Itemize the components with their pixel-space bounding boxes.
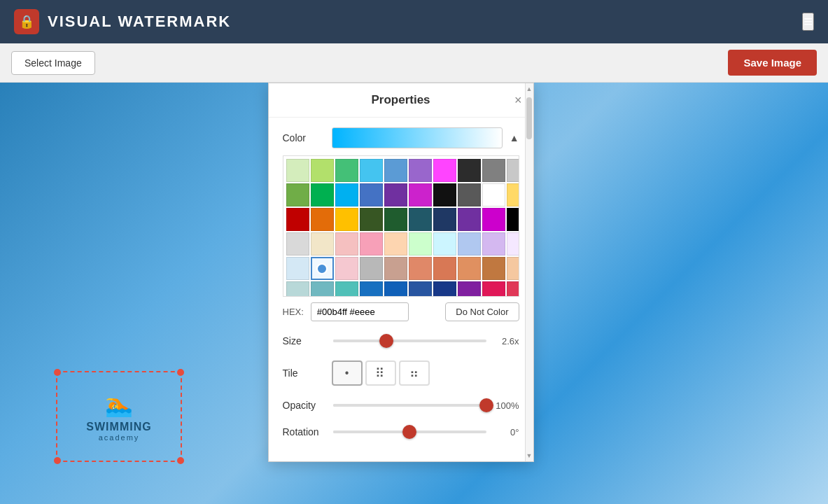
color-swatch[interactable] xyxy=(335,232,358,255)
rotation-row: Rotation 0° xyxy=(283,425,519,439)
color-swatch[interactable] xyxy=(360,232,383,255)
opacity-slider-container[interactable] xyxy=(333,398,486,412)
chevron-up-icon: ▲ xyxy=(510,132,519,144)
color-swatch[interactable] xyxy=(286,159,309,182)
color-swatch[interactable] xyxy=(433,159,456,182)
color-swatch[interactable] xyxy=(311,159,334,182)
save-image-button[interactable]: Save Image xyxy=(728,50,817,76)
color-swatch[interactable] xyxy=(433,208,456,231)
tile-grid-button[interactable]: ⠿ xyxy=(365,360,396,386)
color-swatch[interactable] xyxy=(409,281,432,296)
color-swatch[interactable] xyxy=(409,232,432,255)
color-swatch[interactable] xyxy=(335,281,358,296)
rotation-slider-thumb[interactable] xyxy=(402,425,416,439)
size-section: Size 2.6x xyxy=(283,334,519,348)
hex-input[interactable] xyxy=(311,302,409,321)
color-swatch[interactable] xyxy=(286,208,309,231)
color-swatch[interactable] xyxy=(360,281,383,296)
color-swatch[interactable] xyxy=(507,208,519,231)
color-swatch[interactable] xyxy=(507,159,519,182)
color-swatch[interactable] xyxy=(458,281,481,296)
color-swatch[interactable] xyxy=(482,208,505,231)
color-swatch[interactable] xyxy=(384,281,407,296)
color-swatch[interactable] xyxy=(286,183,309,206)
color-swatch[interactable] xyxy=(335,257,358,280)
color-row-3 xyxy=(286,208,516,231)
color-swatch[interactable] xyxy=(458,257,481,280)
color-swatch[interactable] xyxy=(433,257,456,280)
color-swatch[interactable] xyxy=(507,183,519,206)
rotation-slider-container[interactable] xyxy=(333,425,486,439)
color-swatch[interactable] xyxy=(433,281,456,296)
color-swatch[interactable] xyxy=(384,257,407,280)
color-swatch[interactable] xyxy=(409,208,432,231)
opacity-label: Opacity xyxy=(283,400,325,411)
tile-section: Tile • ⠿ ⠶ xyxy=(283,360,519,386)
app-title: VISUAL WATERMARK xyxy=(48,13,231,31)
color-preview-bar[interactable] xyxy=(332,127,503,148)
color-swatch[interactable] xyxy=(335,159,358,182)
color-swatch[interactable] xyxy=(409,257,432,280)
do-not-color-button[interactable]: Do Not Color xyxy=(445,302,519,321)
size-slider-container[interactable] xyxy=(333,334,486,348)
color-swatch[interactable] xyxy=(507,281,519,296)
size-slider-thumb[interactable] xyxy=(379,334,393,348)
color-swatch[interactable] xyxy=(360,159,383,182)
scrollbar-thumb[interactable] xyxy=(526,97,532,139)
color-swatch[interactable] xyxy=(360,257,383,280)
color-swatch[interactable] xyxy=(458,159,481,182)
header-left: 🔒 VISUAL WATERMARK xyxy=(14,9,231,34)
tile-single-button[interactable]: • xyxy=(332,360,363,386)
corner-handle-tr[interactable] xyxy=(177,369,184,376)
color-swatch[interactable] xyxy=(311,183,334,206)
rotation-label: Rotation xyxy=(283,426,325,438)
color-swatch[interactable] xyxy=(482,232,505,255)
corner-handle-br[interactable] xyxy=(177,457,184,464)
color-swatch[interactable] xyxy=(433,232,456,255)
color-swatch[interactable] xyxy=(433,183,456,206)
color-swatch[interactable] xyxy=(409,183,432,206)
color-swatch[interactable] xyxy=(360,183,383,206)
color-swatch[interactable] xyxy=(482,183,505,206)
color-swatch[interactable] xyxy=(360,208,383,231)
color-swatch[interactable] xyxy=(286,232,309,255)
opacity-slider-thumb[interactable] xyxy=(479,398,493,412)
color-swatch[interactable] xyxy=(458,232,481,255)
color-grid-scroll[interactable] xyxy=(283,156,519,296)
color-swatch[interactable] xyxy=(482,257,505,280)
color-swatch[interactable] xyxy=(335,183,358,206)
color-swatch[interactable] xyxy=(335,208,358,231)
color-swatch[interactable] xyxy=(384,183,407,206)
color-swatch[interactable] xyxy=(507,232,519,255)
corner-handle-bl[interactable] xyxy=(54,457,61,464)
hex-label: HEX: xyxy=(283,307,304,317)
menu-button[interactable]: ≡ xyxy=(802,13,814,31)
color-swatch[interactable] xyxy=(286,257,309,280)
watermark-text-academy: academy xyxy=(86,433,151,442)
color-swatch[interactable] xyxy=(384,232,407,255)
watermark-content: 🏊 SWIMMING academy xyxy=(86,391,151,442)
panel-header: Properties × xyxy=(269,83,533,118)
rotation-slider-fill xyxy=(333,430,410,433)
select-image-button[interactable]: Select Image xyxy=(11,51,95,75)
color-swatch-selected[interactable] xyxy=(311,257,334,280)
color-swatch[interactable] xyxy=(384,159,407,182)
scrollbar-up-arrow[interactable]: ▲ xyxy=(525,83,533,94)
scrollbar-down-arrow[interactable]: ▼ xyxy=(525,450,533,461)
color-swatch[interactable] xyxy=(507,257,519,280)
color-swatch[interactable] xyxy=(482,159,505,182)
color-swatch[interactable] xyxy=(384,208,407,231)
tile-scatter-button[interactable]: ⠶ xyxy=(399,360,430,386)
color-swatch[interactable] xyxy=(482,281,505,296)
color-chevron-button[interactable]: ▲ xyxy=(510,132,519,144)
color-swatch[interactable] xyxy=(286,281,309,296)
color-swatch[interactable] xyxy=(311,281,334,296)
color-swatch[interactable] xyxy=(409,159,432,182)
corner-handle-tl[interactable] xyxy=(54,369,61,376)
color-swatch[interactable] xyxy=(311,208,334,231)
color-swatch[interactable] xyxy=(458,208,481,231)
panel-close-button[interactable]: × xyxy=(514,93,522,108)
color-row-5 xyxy=(286,257,516,280)
color-swatch[interactable] xyxy=(311,232,334,255)
color-swatch[interactable] xyxy=(458,183,481,206)
